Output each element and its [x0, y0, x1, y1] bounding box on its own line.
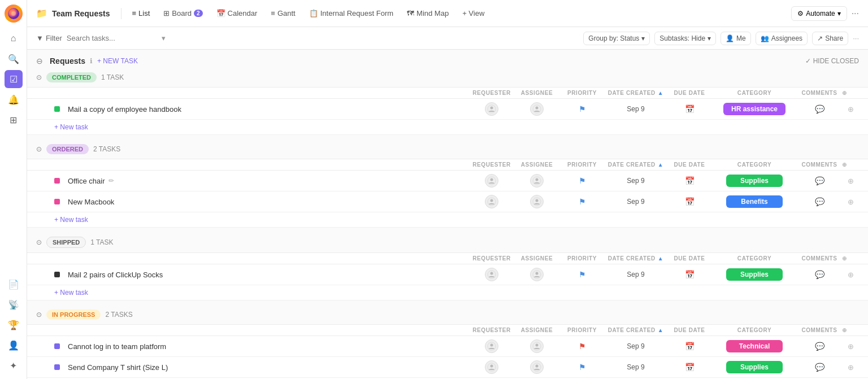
priority-flag-t4[interactable]: ⚑ [579, 270, 586, 279]
add-col-icon-ip[interactable]: ⊕ [842, 327, 847, 333]
new-task-row-completed[interactable]: + New task [27, 120, 868, 135]
task-add-icon-t3[interactable]: ⊕ [848, 198, 854, 206]
share-button[interactable]: ↗ Share [812, 32, 848, 45]
toolbar-more-button[interactable]: ··· [853, 34, 859, 42]
requester-avatar-t2[interactable] [485, 174, 498, 188]
assignee-avatar-t5[interactable] [530, 339, 544, 353]
assignee-avatar-t1[interactable] [530, 102, 544, 116]
task-add-icon-t5[interactable]: ⊕ [848, 342, 854, 351]
sidebar-tasks-icon[interactable]: ☑ [5, 70, 23, 88]
requester-avatar-t3[interactable] [485, 195, 498, 208]
tab-mind-map[interactable]: 🗺 Mind Map [401, 6, 454, 21]
category-badge-t3[interactable]: Benefits [726, 195, 783, 208]
tab-gantt[interactable]: ≡ Gantt [265, 6, 301, 21]
col-header-priority: PRIORITY [559, 90, 605, 96]
new-task-button[interactable]: + NEW TASK [97, 57, 138, 65]
add-col-icon-o[interactable]: ⊕ [842, 162, 847, 168]
sidebar-search-icon[interactable]: 🔍 [5, 50, 23, 68]
requester-avatar-t5[interactable] [485, 339, 498, 353]
col-header-date-created: DATE CREATED ▲ [605, 90, 667, 96]
priority-flag-t5[interactable]: ⚑ [579, 342, 586, 351]
group-collapse-in-progress[interactable]: ⊙ [36, 311, 42, 319]
status-badge-in-progress[interactable]: IN PROGRESS [46, 310, 101, 320]
sidebar-people-icon[interactable]: 👤 [5, 336, 23, 354]
comment-icon-t5[interactable]: 💬 [815, 342, 824, 351]
assignees-button[interactable]: 👥 Assignees [756, 32, 808, 45]
due-date-calendar-t5[interactable]: 📅 [685, 342, 695, 351]
assignee-avatar-t4[interactable] [530, 268, 544, 281]
task-add-icon-t4[interactable]: ⊕ [848, 271, 854, 279]
priority-flag-t2[interactable]: ⚑ [579, 176, 586, 185]
priority-flag-t1[interactable]: ⚑ [579, 104, 586, 114]
requester-avatar-t6[interactable] [485, 360, 498, 374]
task-priority-t1: ⚑ [559, 104, 605, 114]
comment-icon-t4[interactable]: 💬 [815, 270, 824, 279]
group-collapse-shipped[interactable]: ⊙ [36, 238, 42, 246]
date-sort-icon-s[interactable]: ▲ [658, 255, 664, 262]
requester-avatar-t1[interactable] [485, 102, 498, 116]
due-date-calendar-t2[interactable]: 📅 [685, 176, 695, 185]
priority-flag-t3[interactable]: ⚑ [579, 197, 586, 206]
group-by-button[interactable]: Group by: Status ▾ [583, 32, 650, 45]
add-view-button[interactable]: + View [457, 6, 490, 21]
comment-icon-t3[interactable]: 💬 [815, 197, 824, 206]
assignee-avatar-t2[interactable] [530, 174, 544, 188]
due-date-calendar-t6[interactable]: 📅 [685, 363, 695, 372]
requester-avatar-t4[interactable] [485, 268, 498, 281]
edit-icon-t2[interactable]: ✏ [108, 177, 114, 185]
tab-board[interactable]: ⊞ Board 2 [158, 6, 208, 21]
task-comments-t1: 💬 [797, 104, 842, 114]
assignee-avatar-t6[interactable] [530, 360, 544, 374]
task-add-icon-t1[interactable]: ⊕ [848, 105, 854, 114]
sidebar-home-icon[interactable]: ⌂ [5, 29, 23, 47]
task-add-icon-t2[interactable]: ⊕ [848, 177, 854, 185]
sidebar-notifications-icon[interactable]: 🔔 [5, 90, 23, 108]
search-input[interactable] [67, 34, 157, 42]
topnav-more-button[interactable]: ··· [852, 8, 859, 19]
new-task-row-ordered[interactable]: + New task [27, 212, 868, 228]
due-date-calendar-t3[interactable]: 📅 [685, 197, 695, 206]
automate-button[interactable]: ⚙ Automate ▾ [791, 6, 847, 21]
tab-internal-request-form[interactable]: 📋 Internal Request Form [303, 6, 399, 21]
add-col-icon[interactable]: ⊕ [842, 90, 847, 96]
category-badge-t1[interactable]: HR assistance [723, 103, 785, 115]
group-collapse-completed[interactable]: ⊙ [36, 73, 42, 81]
sidebar-pulse-icon[interactable]: 📡 [5, 295, 23, 313]
search-chevron-icon[interactable]: ▾ [162, 34, 166, 42]
category-badge-t5[interactable]: Technical [726, 340, 783, 352]
hide-closed-button[interactable]: ✓ HIDE CLOSED [805, 57, 859, 65]
app-logo[interactable] [5, 5, 23, 23]
comment-icon-t1[interactable]: 💬 [815, 104, 824, 114]
sidebar-docs-icon[interactable]: 📄 [5, 275, 23, 293]
new-task-row-shipped[interactable]: + New task [27, 285, 868, 300]
category-badge-t4[interactable]: Supplies [726, 268, 783, 281]
task-date-t5: Sep 9 [605, 342, 667, 350]
status-badge-completed[interactable]: COMPLETED [46, 72, 97, 82]
date-sort-icon[interactable]: ▲ [658, 90, 664, 96]
due-date-calendar-t4[interactable]: 📅 [685, 270, 695, 279]
sidebar-apps-icon[interactable]: ⊞ [5, 111, 23, 129]
sidebar-goals-icon[interactable]: 🏆 [5, 316, 23, 334]
due-date-calendar-t1[interactable]: 📅 [685, 104, 695, 114]
priority-flag-t6[interactable]: ⚑ [579, 363, 586, 372]
task-add-icon-t6[interactable]: ⊕ [848, 363, 854, 372]
add-col-icon-s[interactable]: ⊕ [842, 255, 847, 262]
section-info-icon[interactable]: ℹ [90, 57, 93, 65]
comment-icon-t2[interactable]: 💬 [815, 176, 824, 185]
section-collapse-button[interactable]: ⊖ [36, 56, 45, 66]
subtasks-button[interactable]: Subtasks: Hide ▾ [654, 32, 716, 45]
filter-button[interactable]: ▼ Filter [36, 34, 62, 42]
assignee-avatar-t3[interactable] [530, 195, 544, 208]
comment-icon-t6[interactable]: 💬 [815, 363, 824, 372]
date-sort-icon-ip[interactable]: ▲ [658, 327, 664, 333]
status-badge-shipped[interactable]: SHIPPED [46, 237, 86, 248]
sidebar-add-space-icon[interactable]: ✦ [5, 356, 23, 374]
category-badge-t6[interactable]: Supplies [726, 361, 783, 373]
status-badge-ordered[interactable]: ORDERED [46, 144, 89, 154]
me-button[interactable]: 👤 Me [721, 32, 751, 45]
group-collapse-ordered[interactable]: ⊙ [36, 145, 42, 153]
tab-list[interactable]: ≡ List [126, 6, 155, 21]
tab-calendar[interactable]: 📅 Calendar [211, 6, 263, 21]
category-badge-t2[interactable]: Supplies [726, 175, 783, 187]
date-sort-icon-o[interactable]: ▲ [658, 162, 664, 168]
